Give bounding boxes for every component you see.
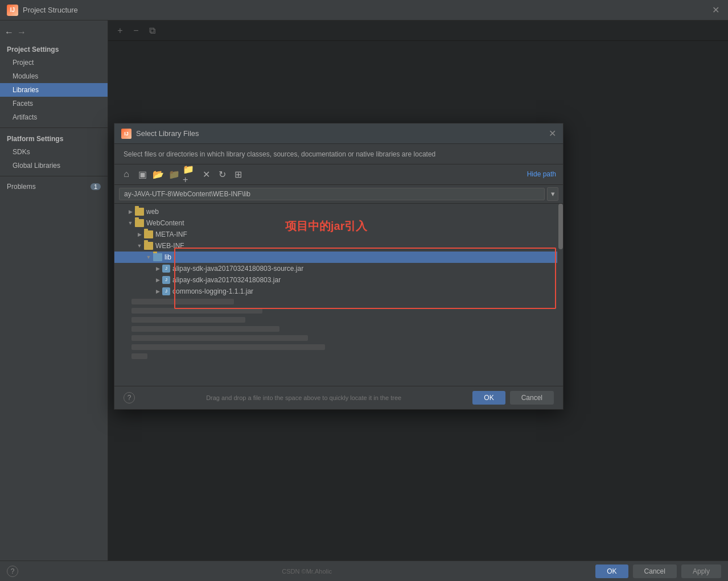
sidebar-item-modules[interactable]: Modules [0, 69, 108, 83]
problems-badge: 1 [91, 183, 101, 190]
tree-label-jar3: commons-logging-1.1.1.jar [172, 287, 253, 295]
bottom-bar: ? CSDN ©Mr.Aholic OK Cancel Apply [0, 561, 728, 581]
path-bar: ▾ [114, 185, 563, 204]
tree-label-webcontent: WebContent [146, 219, 184, 227]
app-icon: IJ [7, 5, 18, 16]
tree-toggle-lib[interactable]: ▼ [144, 253, 153, 262]
main-window: IJ Project Structure ✕ ← → Project Setti… [0, 0, 728, 581]
home-button[interactable]: ⌂ [119, 167, 134, 182]
apply-button[interactable]: Apply [681, 564, 721, 578]
dialog-icon: IJ [121, 129, 131, 139]
drag-hint: Drag and drop a file into the space abov… [206, 394, 401, 401]
tree-label-metainf: META-INF [155, 230, 187, 238]
dialog-close-button[interactable]: ✕ [549, 128, 556, 139]
tree-label-lib: lib [164, 253, 171, 261]
tree-toggle-web[interactable]: ▶ [126, 207, 135, 216]
tree-label-webinf: WEB-INF [155, 242, 184, 250]
tree-row-jar3[interactable]: ▶ J commons-logging-1.1.1.jar [114, 286, 557, 297]
tree-toggle-jar2[interactable]: ▶ [153, 275, 162, 285]
folder-open-button[interactable]: 📂 [151, 167, 166, 182]
tree-row-web[interactable]: ▶ web [114, 206, 557, 217]
watermark: CSDN ©Mr.Aholic [282, 568, 332, 575]
sidebar-divider-2 [0, 176, 108, 176]
problems-label: Problems [7, 183, 91, 191]
ok-button[interactable]: OK [595, 564, 628, 578]
folder-icon-webinf [144, 242, 153, 250]
modal-overlay: IJ Select Library Files ✕ Select files o… [108, 20, 728, 561]
tree-area: ▶ web ▼ WebContent [114, 204, 563, 386]
delete-button[interactable]: ✕ [199, 167, 213, 182]
sidebar: ← → Project Settings Project Modules Lib… [0, 20, 108, 561]
sidebar-divider [0, 127, 108, 128]
desktop-button[interactable]: ▣ [135, 167, 150, 182]
blurred-row-1 [114, 297, 557, 306]
folder-icon-lib [153, 253, 162, 261]
cancel-button[interactable]: Cancel [633, 564, 677, 578]
sidebar-item-facets[interactable]: Facets [0, 97, 108, 110]
tree-toggle-webcontent[interactable]: ▼ [126, 219, 135, 228]
jar-icon-3: J [162, 287, 170, 295]
list-view-button[interactable]: ⊞ [231, 167, 245, 182]
tree-toggle-metainf[interactable]: ▶ [135, 230, 144, 239]
dialog-description: Select files or directories in which lib… [114, 144, 563, 164]
blurred-row-7 [114, 352, 557, 361]
problems-row[interactable]: Problems 1 [0, 180, 108, 193]
folder-up-button[interactable]: 📁 [167, 167, 182, 182]
file-tree[interactable]: ▶ web ▼ WebContent [114, 204, 563, 386]
select-library-dialog: IJ Select Library Files ✕ Select files o… [114, 123, 564, 410]
dialog-buttons: OK Cancel [472, 391, 554, 405]
dialog-toolbar: ⌂ ▣ 📂 📁 📁+ ✕ ↻ ⊞ Hide path [114, 164, 563, 185]
tree-toggle-jar1[interactable]: ▶ [153, 264, 162, 273]
scroll-thumb[interactable] [558, 204, 563, 249]
dialog-bottom-bar: ? Drag and drop a file into the space ab… [114, 386, 563, 409]
dialog-ok-button[interactable]: OK [472, 391, 505, 405]
tree-row-jar1[interactable]: ▶ J alipay-sdk-java20170324180803-source… [114, 263, 557, 274]
jar-icon-1: J [162, 265, 170, 273]
tree-row-jar2[interactable]: ▶ J alipay-sdk-java20170324180803.jar [114, 274, 557, 286]
jar-icon-2: J [162, 276, 170, 284]
blurred-row-2 [114, 306, 557, 315]
help-button[interactable]: ? [7, 566, 18, 577]
tree-row-webcontent[interactable]: ▼ WebContent [114, 217, 557, 229]
tree-label-jar1: alipay-sdk-java20170324180803-source.jar [172, 265, 303, 273]
dialog-cancel-button[interactable]: Cancel [510, 391, 554, 405]
path-input[interactable] [119, 188, 545, 200]
forward-button[interactable]: → [17, 27, 26, 38]
refresh-button[interactable]: ↻ [215, 167, 229, 182]
nav-back-forward: ← → [0, 25, 108, 42]
folder-icon-metainf [144, 230, 153, 238]
tree-toggle-jar3[interactable]: ▶ [153, 287, 162, 296]
dialog-help-button[interactable]: ? [124, 392, 135, 403]
tree-row-metainf[interactable]: ▶ META-INF [114, 229, 557, 240]
scrollbar[interactable] [558, 204, 563, 386]
folder-icon-webcontent [135, 219, 144, 227]
title-bar: IJ Project Structure ✕ [0, 0, 728, 20]
sidebar-item-sdks[interactable]: SDKs [0, 145, 108, 159]
tree-row-webinf[interactable]: ▼ WEB-INF [114, 240, 557, 252]
dialog-title-bar: IJ Select Library Files ✕ [114, 123, 563, 144]
hide-path-button[interactable]: Hide path [525, 169, 558, 179]
tree-toggle-webinf[interactable]: ▼ [135, 241, 144, 250]
blurred-row-6 [114, 343, 557, 352]
tree-row-lib[interactable]: ▼ lib [114, 252, 557, 263]
window-close-icon[interactable]: ✕ [712, 6, 721, 15]
sidebar-item-global-libraries[interactable]: Global Libraries [0, 159, 108, 172]
sidebar-item-libraries[interactable]: Libraries [0, 83, 108, 97]
back-button[interactable]: ← [5, 27, 14, 38]
sidebar-item-project[interactable]: Project [0, 56, 108, 69]
content-area: ← → Project Settings Project Modules Lib… [0, 20, 728, 561]
platform-settings-heading: Platform Settings [0, 131, 108, 145]
project-settings-heading: Project Settings [0, 42, 108, 56]
blurred-row-5 [114, 333, 557, 343]
window-title: Project Structure [23, 6, 712, 14]
bottom-right-buttons: OK Cancel Apply [595, 564, 721, 578]
sidebar-item-artifacts[interactable]: Artifacts [0, 110, 108, 124]
folder-new-button[interactable]: 📁+ [183, 167, 198, 182]
blurred-row-4 [114, 324, 557, 333]
path-dropdown[interactable]: ▾ [547, 187, 558, 201]
main-panel: + − ⧉ IJ Select Library Files ✕ [108, 20, 728, 561]
blurred-row-3 [114, 315, 557, 324]
dialog-title: Select Library Files [136, 129, 549, 138]
tree-label-jar2: alipay-sdk-java20170324180803.jar [172, 276, 281, 284]
folder-icon-web [135, 208, 144, 216]
